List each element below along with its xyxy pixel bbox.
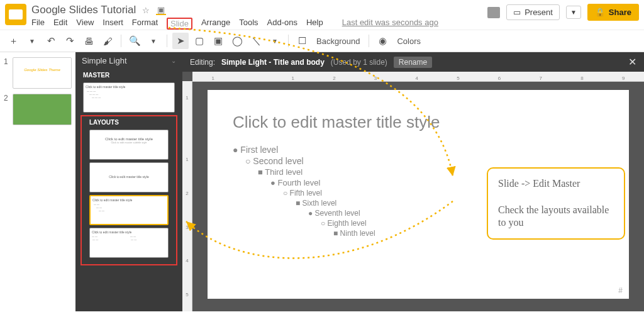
vertical-ruler: 112345 <box>182 81 192 311</box>
editing-title: Simple Light - Title and body <box>221 58 325 67</box>
menu-edit[interactable]: Edit <box>53 18 67 30</box>
colors-button[interactable]: Colors <box>393 36 425 46</box>
master-panel: Simple Light ⌄ MASTER Click to edit mast… <box>75 52 182 311</box>
menu-tools[interactable]: Tools <box>239 18 258 30</box>
close-icon[interactable]: ✕ <box>628 56 636 68</box>
page-number-placeholder: # <box>618 286 623 295</box>
menu-format[interactable]: Format <box>132 18 158 30</box>
share-button[interactable]: 🔒 Share <box>587 4 639 21</box>
menu-view[interactable]: View <box>76 18 94 30</box>
theme-dropdown-icon[interactable]: ⌄ <box>171 57 176 64</box>
present-button[interactable]: ▭ Present <box>506 4 560 20</box>
new-slide-dropdown[interactable]: ▼ <box>24 33 40 49</box>
last-edit-link[interactable]: Last edit was seconds ago <box>342 18 438 30</box>
layouts-section-label: LAYOUTS <box>82 116 176 127</box>
slide-thumb-2[interactable] <box>13 94 72 125</box>
layout-thumb-text: Click to edit master title style <box>92 198 165 202</box>
colors-icon: ◉ <box>374 33 391 49</box>
menu-help[interactable]: Help <box>306 18 323 30</box>
undo-button[interactable]: ↶ <box>43 33 59 49</box>
header: Google Slides Tutorial ☆ ▣ File Edit Vie… <box>0 0 644 30</box>
annotation-callout: Slide -> Edit Master Check the layouts a… <box>487 167 625 240</box>
callout-line2: Check the layouts available to you <box>498 204 614 230</box>
present-label: Present <box>525 8 553 17</box>
redo-button[interactable]: ↷ <box>62 33 78 49</box>
slide-number: 2 <box>4 94 8 103</box>
editing-label: Editing: <box>190 58 215 67</box>
move-icon[interactable]: ▣ <box>156 5 166 15</box>
master-title-placeholder[interactable]: Click to edit master title style <box>233 113 604 132</box>
zoom-button[interactable]: 🔍 <box>126 33 143 49</box>
present-dropdown[interactable]: ▼ <box>566 6 581 19</box>
layout-thumb[interactable]: Click to edit master title style Click t… <box>89 130 169 160</box>
line-tool[interactable]: ＼ <box>248 33 264 49</box>
toolbar: ＋ ▼ ↶ ↷ 🖶 🖌 🔍 ▼ ➤ ▢ ▣ ◯ ＼ ▼ ☐ Background… <box>0 30 644 52</box>
master-thumb[interactable]: Click to edit master title style — — — —… <box>83 82 175 113</box>
menu-addons[interactable]: Add-ons <box>267 18 297 30</box>
layout-thumb-text: Click to edit master title style <box>92 230 166 234</box>
background-button[interactable]: Background <box>313 36 364 46</box>
layout-thumb-text: Click to edit master title style <box>92 175 166 179</box>
horizontal-ruler: 1123456789 <box>192 72 644 82</box>
select-tool[interactable]: ➤ <box>172 33 189 49</box>
editing-usage: (Used by 1 slide) <box>331 58 387 67</box>
layout-thumb-selected[interactable]: Click to edit master title style — — — —… <box>89 195 169 225</box>
layouts-highlight-box: LAYOUTS Click to edit master title style… <box>80 115 177 265</box>
print-button[interactable]: 🖶 <box>80 33 97 49</box>
comments-icon[interactable] <box>487 7 500 18</box>
thumb-text: Google Slides Theme <box>16 68 69 72</box>
bullet-level-1: First level <box>233 145 604 155</box>
zoom-dropdown[interactable]: ▼ <box>145 33 162 49</box>
layout-thumb[interactable]: Click to edit master title style — — — —… <box>89 228 169 258</box>
menu-file[interactable]: File <box>31 18 45 30</box>
textbox-tool[interactable]: ▢ <box>191 33 208 49</box>
star-icon[interactable]: ☆ <box>141 5 151 15</box>
bullet-level-2: Second level <box>245 156 604 166</box>
slides-logo-icon <box>5 4 26 25</box>
placeholder-tool[interactable]: ☐ <box>294 33 310 49</box>
shape-tool[interactable]: ◯ <box>229 33 245 49</box>
menu-insert[interactable]: Insert <box>103 18 123 30</box>
new-slide-button[interactable]: ＋ <box>5 33 21 49</box>
filmstrip: 1 Google Slides Theme 2 <box>0 52 75 311</box>
callout-line1: Slide -> Edit Master <box>498 177 614 191</box>
master-section-label: MASTER <box>75 69 182 80</box>
lock-icon: 🔒 <box>595 8 605 17</box>
line-dropdown[interactable]: ▼ <box>267 33 283 49</box>
doc-title[interactable]: Google Slides Tutorial <box>31 4 136 16</box>
menu-arrange[interactable]: Arrange <box>201 18 230 30</box>
theme-name: Simple Light <box>82 56 127 65</box>
edit-bar: Editing: Simple Light - Title and body (… <box>182 52 644 72</box>
master-thumb-text: Click to edit master title style <box>86 85 172 89</box>
share-label: Share <box>609 8 631 17</box>
present-icon: ▭ <box>513 8 521 17</box>
slide-number: 1 <box>4 57 8 66</box>
image-tool[interactable]: ▣ <box>210 33 226 49</box>
rename-button[interactable]: Rename <box>394 57 432 68</box>
slide-thumb-1[interactable]: Google Slides Theme <box>13 57 72 89</box>
menu-bar: File Edit View Insert Format Slide Arran… <box>31 18 487 30</box>
menu-slide[interactable]: Slide <box>167 18 192 30</box>
layout-thumb[interactable]: Click to edit master title style <box>89 162 169 192</box>
paint-format-button[interactable]: 🖌 <box>99 33 116 49</box>
